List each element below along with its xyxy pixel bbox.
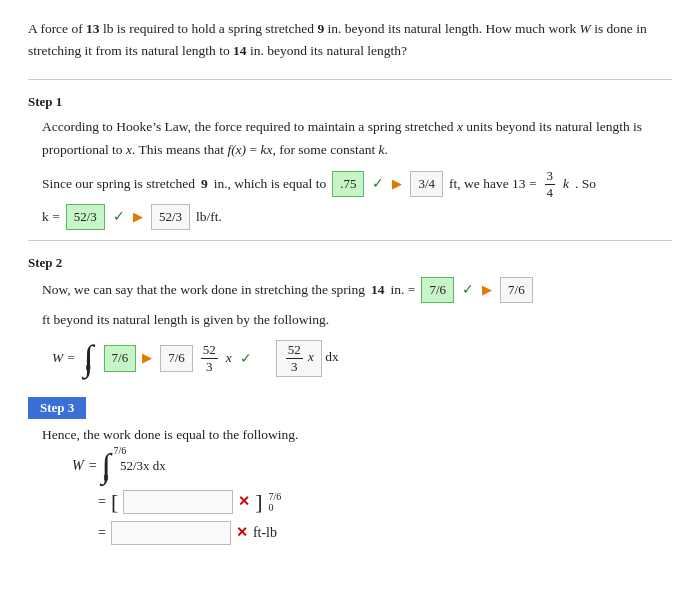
- step3-result-blank[interactable]: [111, 521, 231, 545]
- step1-text-2c: ft, we have 13 =: [449, 173, 536, 196]
- step1-fx: f(x): [227, 142, 246, 157]
- step1-text-1d: , for some constant: [272, 142, 378, 157]
- step2-arrow2: ▶: [142, 347, 152, 369]
- step2-integral: ∫ 0: [84, 340, 94, 376]
- step2-var-x: x: [226, 347, 232, 370]
- step3-input-blank[interactable]: [123, 490, 233, 514]
- step3-eval-limits: 7/6 0: [269, 491, 282, 513]
- step1-box-k2: 52/3: [151, 204, 190, 230]
- step1-kx: kx: [260, 142, 272, 157]
- step3-open-bracket: [: [111, 489, 118, 515]
- step1-check1: ✓: [372, 172, 384, 196]
- problem-statement: A force of 13 lb is required to hold a s…: [28, 18, 672, 61]
- step3-eq1: =: [98, 494, 106, 510]
- step3-times-icon2: ✕: [236, 524, 248, 541]
- problem-text-before: A force of: [28, 21, 86, 36]
- step2-integral-row: W = ∫ 0 7/6 ▶ 7/6 52 3 x ✓ 52: [52, 340, 672, 376]
- step1-label: Step 1: [28, 94, 672, 110]
- step1-box-075[interactable]: .75: [332, 171, 364, 197]
- step2-line1: Now, we can say that the work done in st…: [42, 277, 672, 332]
- step2-frac-num: 52: [201, 342, 218, 359]
- step1-k-label: k =: [42, 206, 60, 229]
- step2-arrow1: ▶: [482, 279, 492, 301]
- problem-text-after13: lb is required to hold a spring stretche…: [100, 21, 318, 36]
- step2-box-76c[interactable]: 7/6: [104, 345, 137, 371]
- step3-result-row: = ✕ ft-lb: [98, 521, 672, 545]
- step1-text-2d: . So: [575, 173, 596, 196]
- problem-text-last: in. beyond its natural length?: [247, 43, 407, 58]
- step1-frac-den: 4: [545, 185, 556, 201]
- step2-num14: 14: [371, 279, 385, 302]
- step2-check2: ✓: [240, 347, 252, 371]
- step3-w-label: W: [72, 458, 84, 474]
- step1-text-1c: . This means that: [132, 142, 227, 157]
- step1-box-k[interactable]: 52/3: [66, 204, 105, 230]
- step3-unit: ft-lb: [253, 525, 277, 541]
- step2-label: Step 2: [28, 255, 672, 271]
- step2-box-76a[interactable]: 7/6: [421, 277, 454, 303]
- step3-section: Step 3 Hence, the work done is equal to …: [28, 387, 672, 545]
- step2-frac-num2: 52: [286, 342, 303, 359]
- step1-k-row: k = 52/3 ✓ ▶ 52/3 lb/ft.: [42, 204, 672, 230]
- step3-eq2: =: [98, 525, 106, 541]
- problem-num-13: 13: [86, 21, 100, 36]
- step1-line1: According to Hooke’s Law, the force requ…: [42, 116, 672, 162]
- step1-num9: 9: [201, 173, 208, 196]
- step3-eval-lower: 0: [269, 502, 282, 513]
- step3-upper: 7/6: [114, 445, 127, 456]
- problem-var-W: W: [580, 21, 591, 36]
- step2-frac-52b: 52 3: [286, 342, 303, 374]
- step1-text-2a: Since our spring is stretched: [42, 173, 195, 196]
- step2-frac-den: 3: [204, 359, 215, 375]
- step1-arrow2: ▶: [133, 206, 143, 228]
- step2-box-76d: 7/6: [160, 345, 193, 371]
- step1-frac-34: 3 4: [545, 168, 556, 200]
- problem-text-mid: in. beyond its natural length. How much …: [324, 21, 579, 36]
- step1-text-2b: in., which is equal to: [214, 173, 326, 196]
- problem-num-14: 14: [233, 43, 247, 58]
- step1-check2: ✓: [113, 205, 125, 229]
- step3-times-icon: ✕: [238, 493, 250, 510]
- step3-eval-row: = [ ✕ ] 7/6 0: [98, 489, 672, 515]
- step1-frac-num: 3: [545, 168, 556, 185]
- step1-line2: Since our spring is stretched 9 in., whi…: [42, 168, 672, 200]
- step3-label: Step 3: [28, 397, 86, 419]
- step1-arrow1: ▶: [392, 173, 402, 195]
- step1-eq: =: [246, 142, 260, 157]
- step2-dx-group: 52 3 x dx: [276, 340, 339, 376]
- step2-text-1a: Now, we can say that the work done in st…: [42, 279, 365, 302]
- step3-body: Hence, the work done is equal to the fol…: [28, 427, 672, 545]
- step2-box-52b: 52 3 x: [276, 340, 322, 376]
- step1-unit: lb/ft.: [196, 206, 222, 229]
- step2-w-label: W =: [52, 347, 76, 370]
- step1-section: Step 1 According to Hooke’s Law, the for…: [28, 79, 672, 230]
- step3-line1: Hence, the work done is equal to the fol…: [42, 427, 672, 443]
- step2-content: Now, we can say that the work done in st…: [28, 277, 672, 376]
- step2-text-1c: ft beyond its natural length is given by…: [42, 309, 329, 332]
- step1-content: According to Hooke’s Law, the force requ…: [28, 116, 672, 230]
- step3-integral-row: W = ∫ 7/6 0 52/3x dx: [72, 449, 672, 483]
- step2-var-x2: x: [308, 349, 314, 364]
- step1-box-34: 3/4: [410, 171, 443, 197]
- step3-eval-upper: 7/6: [269, 491, 282, 502]
- step3-lower: 0: [104, 472, 109, 483]
- step2-check1: ✓: [462, 278, 474, 302]
- step2-box-76b: 7/6: [500, 277, 533, 303]
- step3-integrand: 52/3x dx: [120, 458, 166, 474]
- step3-close-bracket: ]: [255, 489, 262, 515]
- step2-section: Step 2 Now, we can say that the work don…: [28, 240, 672, 376]
- step2-lower-limit: 0: [86, 359, 91, 376]
- step2-text-1b: in. =: [391, 279, 416, 302]
- step1-text-1a: According to Hooke’s Law, the force requ…: [42, 119, 457, 134]
- step2-frac-52: 52 3: [201, 342, 218, 374]
- step2-dx: dx: [325, 350, 339, 365]
- step2-frac-den2: 3: [289, 359, 300, 375]
- step1-k-after-frac: k: [563, 173, 569, 196]
- step1-text-1e: .: [385, 142, 388, 157]
- step3-eq0: =: [89, 458, 97, 474]
